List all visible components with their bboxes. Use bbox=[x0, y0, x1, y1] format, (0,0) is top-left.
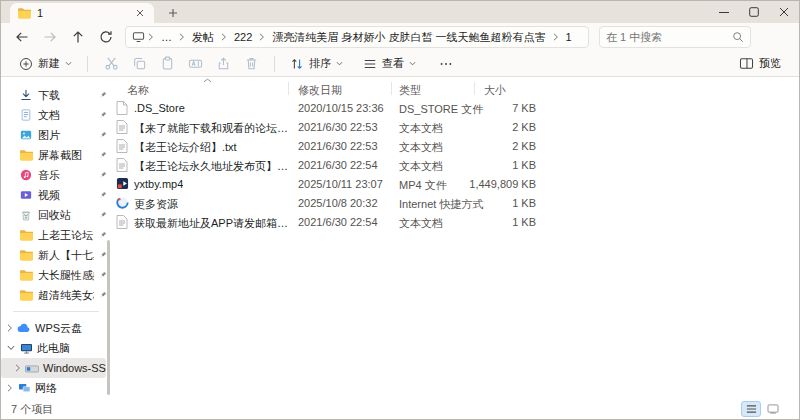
sidebar-item-music[interactable]: 音乐 bbox=[1, 165, 111, 185]
file-date: 2021/6/30 22:54 bbox=[298, 159, 378, 171]
column-header-name[interactable]: 名称 bbox=[127, 83, 149, 98]
sidebar-item-documents[interactable]: 文档 bbox=[1, 105, 111, 125]
chevron-right-icon[interactable] bbox=[7, 324, 13, 332]
rename-button[interactable] bbox=[181, 54, 209, 74]
this-pc-icon[interactable] bbox=[132, 31, 145, 43]
file-name[interactable]: 获取最新地址及APP请发邮箱自动获取.txt bbox=[134, 216, 289, 231]
file-type: 文本文档 bbox=[399, 121, 443, 136]
sidebar-item-screenshots[interactable]: 屏幕截图 bbox=[1, 145, 111, 165]
chevron-right-icon[interactable] bbox=[7, 384, 13, 392]
pin-icon bbox=[99, 211, 107, 219]
column-header-size[interactable]: 大小 bbox=[484, 83, 506, 98]
search-input[interactable] bbox=[606, 31, 732, 43]
sidebar-item-windows-ssd[interactable]: Windows-SSD bbox=[1, 358, 106, 378]
sidebar-item-downloads[interactable]: 下载 bbox=[1, 85, 111, 105]
file-name[interactable]: .DS_Store bbox=[134, 102, 185, 114]
address-bar[interactable]: … 发帖 222 漂亮清纯美眉 身材娇小 皮肤白皙 一线天鲍鱼超粉有点害 1 bbox=[125, 26, 589, 48]
search-box[interactable] bbox=[599, 26, 751, 48]
column-header-type[interactable]: 类型 bbox=[399, 83, 421, 98]
details-view-button[interactable] bbox=[741, 401, 761, 417]
file-name[interactable]: 更多资源 bbox=[134, 197, 178, 212]
chevron-right-icon bbox=[221, 33, 227, 41]
blank-file-icon bbox=[116, 101, 130, 115]
sidebar-item-network[interactable]: 网络 bbox=[1, 378, 111, 398]
pin-icon bbox=[99, 191, 107, 199]
more-options-button[interactable] bbox=[432, 54, 460, 74]
file-row[interactable]: 【来了就能下载和观看的论坛，纯免费！】.txt 2021/6/30 22:53 … bbox=[111, 118, 799, 137]
download-icon bbox=[19, 88, 33, 102]
file-row[interactable]: 更多资源 2025/10/8 20:32 Internet 快捷方式 1 KB bbox=[111, 194, 799, 213]
file-date: 2021/6/30 22:54 bbox=[298, 216, 378, 228]
sidebar-item-folder[interactable]: 新人【十七岁 bbox=[1, 245, 111, 265]
toolbar-divider bbox=[87, 56, 88, 72]
breadcrumb-overflow[interactable]: … bbox=[157, 30, 176, 44]
share-button[interactable] bbox=[209, 54, 237, 74]
sidebar-item-label: 大长腿性感姐 bbox=[38, 268, 94, 283]
column-divider[interactable] bbox=[474, 82, 475, 95]
up-button[interactable] bbox=[65, 26, 91, 48]
delete-button[interactable] bbox=[237, 54, 265, 74]
file-name[interactable]: 【老王论坛介绍】.txt bbox=[134, 140, 237, 155]
view-icon bbox=[363, 57, 377, 71]
sidebar-item-folder[interactable]: 超清纯美女校 bbox=[1, 285, 111, 305]
new-tab-button[interactable] bbox=[164, 5, 182, 21]
close-button[interactable] bbox=[769, 1, 799, 23]
large-icons-view-button[interactable] bbox=[763, 401, 783, 417]
document-icon bbox=[19, 108, 33, 122]
minimize-button[interactable] bbox=[709, 1, 739, 23]
sidebar-item-label: Windows-SSD bbox=[43, 362, 106, 374]
file-name[interactable]: 【老王论坛永久地址发布页】.txt bbox=[134, 159, 289, 174]
network-icon bbox=[17, 381, 31, 395]
file-date: 2025/10/8 20:32 bbox=[298, 197, 378, 209]
cut-button[interactable] bbox=[97, 54, 125, 74]
breadcrumb-item[interactable]: 222 bbox=[230, 30, 256, 44]
back-button[interactable] bbox=[9, 26, 35, 48]
column-header-date[interactable]: 修改日期 bbox=[298, 83, 342, 98]
file-row[interactable]: 【老王论坛介绍】.txt 2021/6/30 22:53 文本文档 2 KB bbox=[111, 137, 799, 156]
sidebar-item-pictures[interactable]: 图片 bbox=[1, 125, 111, 145]
view-button-label: 查看 bbox=[382, 56, 404, 71]
column-divider[interactable] bbox=[288, 82, 289, 95]
breadcrumb-item[interactable]: 漂亮清纯美眉 身材娇小 皮肤白皙 一线天鲍鱼超粉有点害 bbox=[268, 29, 549, 46]
file-row[interactable]: 获取最新地址及APP请发邮箱自动获取.txt 2021/6/30 22:54 文… bbox=[111, 213, 799, 232]
file-row[interactable]: 【老王论坛永久地址发布页】.txt 2021/6/30 22:54 文本文档 1… bbox=[111, 156, 799, 175]
drive-icon bbox=[25, 361, 39, 375]
sidebar-item-recycle-bin[interactable]: 回收站 bbox=[1, 205, 111, 225]
refresh-button[interactable] bbox=[93, 26, 119, 48]
breadcrumb-item[interactable]: 发帖 bbox=[188, 29, 218, 46]
view-button[interactable]: 查看 bbox=[357, 53, 422, 74]
forward-button[interactable] bbox=[37, 26, 63, 48]
preview-button[interactable]: 预览 bbox=[733, 53, 787, 74]
column-divider[interactable] bbox=[391, 82, 392, 95]
search-icon bbox=[732, 31, 744, 43]
sidebar-scrollbar[interactable] bbox=[107, 240, 110, 395]
explorer-tab[interactable]: 1 bbox=[10, 3, 154, 23]
sidebar-item-label: WPS云盘 bbox=[35, 321, 111, 336]
file-list: 名称 修改日期 类型 大小 .DS_Store 2020/10/15 23:36… bbox=[111, 77, 799, 399]
chevron-right-icon[interactable] bbox=[15, 364, 21, 372]
status-bar: 7 个项目 bbox=[1, 399, 799, 419]
tab-close-icon[interactable] bbox=[133, 6, 147, 20]
sidebar-item-wps-cloud[interactable]: WPS云盘 bbox=[1, 318, 111, 338]
sidebar-item-this-pc[interactable]: 此电脑 bbox=[1, 338, 111, 358]
file-name[interactable]: 【来了就能下载和观看的论坛，纯免费！】.txt bbox=[134, 121, 289, 136]
folder-icon bbox=[19, 248, 33, 262]
maximize-button[interactable] bbox=[739, 1, 769, 23]
paste-button[interactable] bbox=[153, 54, 181, 74]
folder-icon bbox=[19, 148, 33, 162]
sidebar-item-videos[interactable]: 视频 bbox=[1, 185, 111, 205]
file-row[interactable]: .DS_Store 2020/10/15 23:36 DS_STORE 文件 7… bbox=[111, 99, 799, 118]
copy-button[interactable] bbox=[125, 54, 153, 74]
file-row[interactable]: yxtby.mp4 2025/10/11 23:07 MP4 文件 1,449,… bbox=[111, 175, 799, 194]
file-name[interactable]: yxtby.mp4 bbox=[134, 178, 183, 190]
new-button[interactable]: 新建 bbox=[13, 53, 78, 74]
pin-icon bbox=[99, 91, 107, 99]
chevron-down-icon[interactable] bbox=[7, 345, 15, 351]
text-file-icon bbox=[116, 158, 130, 172]
folder-icon bbox=[17, 6, 31, 20]
sidebar-item-folder[interactable]: 大长腿性感姐 bbox=[1, 265, 111, 285]
pin-icon bbox=[99, 271, 107, 279]
breadcrumb-item[interactable]: 1 bbox=[562, 30, 576, 44]
sidebar-item-folder[interactable]: 上老王论坛当 bbox=[1, 225, 111, 245]
sort-button[interactable]: 排序 bbox=[284, 53, 349, 74]
